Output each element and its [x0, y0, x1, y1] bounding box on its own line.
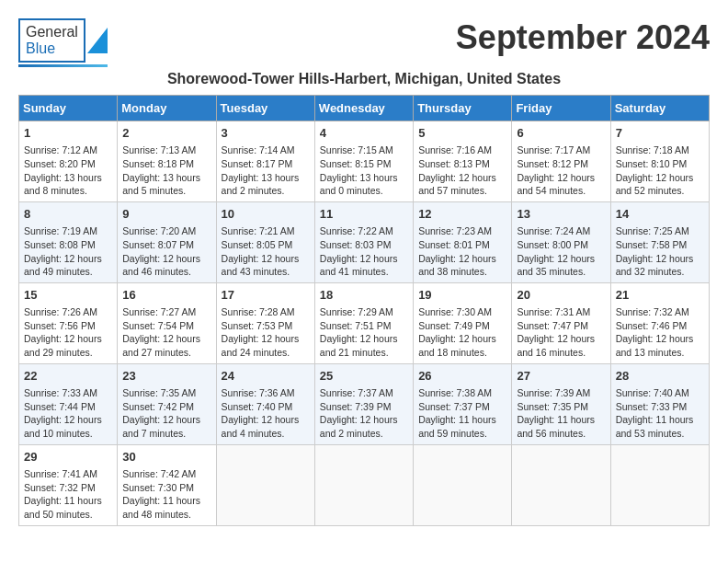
day-number: 21: [616, 287, 704, 304]
sunrise-time: Sunrise: 7:27 AM: [122, 306, 196, 317]
sunrise-time: Sunrise: 7:37 AM: [320, 387, 393, 398]
day-number: 20: [517, 287, 605, 304]
table-cell: [314, 444, 413, 525]
table-cell: 21 Sunrise: 7:32 AM Sunset: 7:46 PM Dayl…: [610, 282, 709, 363]
calendar-week-1: 1 Sunrise: 7:12 AM Sunset: 8:20 PM Dayli…: [19, 121, 710, 202]
day-number: 1: [24, 125, 112, 142]
logo-triangle-icon: [87, 28, 108, 53]
table-cell: 27 Sunrise: 7:39 AM Sunset: 7:35 PM Dayl…: [512, 363, 610, 444]
daylight-hours: Daylight: 12 hours and 21 minutes.: [320, 333, 398, 358]
calendar-week-3: 15 Sunrise: 7:26 AM Sunset: 7:56 PM Dayl…: [19, 282, 710, 363]
day-number: 15: [24, 287, 112, 304]
calendar-header-row: Sunday Monday Tuesday Wednesday Thursday…: [19, 96, 710, 121]
table-cell: 15 Sunrise: 7:26 AM Sunset: 7:56 PM Dayl…: [19, 282, 118, 363]
daylight-hours: Daylight: 13 hours and 0 minutes.: [320, 172, 398, 197]
daylight-hours: Daylight: 11 hours and 53 minutes.: [616, 414, 694, 439]
table-cell: 9 Sunrise: 7:20 AM Sunset: 8:07 PM Dayli…: [118, 201, 216, 282]
day-number: 26: [418, 368, 506, 385]
day-number: 25: [320, 368, 408, 385]
day-number: 5: [418, 125, 506, 142]
table-cell: 2 Sunrise: 7:13 AM Sunset: 8:18 PM Dayli…: [118, 121, 216, 202]
table-cell: 29 Sunrise: 7:41 AM Sunset: 7:32 PM Dayl…: [19, 444, 118, 525]
daylight-hours: Daylight: 11 hours and 59 minutes.: [418, 414, 496, 439]
daylight-hours: Daylight: 12 hours and 27 minutes.: [122, 333, 200, 358]
day-number: 8: [24, 206, 112, 223]
sunset-time: Sunset: 7:47 PM: [517, 320, 588, 331]
daylight-hours: Daylight: 12 hours and 29 minutes.: [24, 333, 102, 358]
daylight-hours: Daylight: 11 hours and 48 minutes.: [122, 495, 200, 520]
sunrise-time: Sunrise: 7:32 AM: [616, 306, 689, 317]
sunrise-time: Sunrise: 7:17 AM: [517, 144, 590, 155]
daylight-hours: Daylight: 12 hours and 13 minutes.: [616, 333, 694, 358]
table-cell: [610, 444, 709, 525]
daylight-hours: Daylight: 12 hours and 4 minutes.: [222, 414, 300, 439]
day-number: 12: [418, 206, 506, 223]
page-container: General Blue September 2024 Shorewood-To…: [18, 18, 710, 526]
main-title: September 2024: [456, 18, 710, 57]
table-cell: 8 Sunrise: 7:19 AM Sunset: 8:08 PM Dayli…: [19, 201, 118, 282]
table-cell: 7 Sunrise: 7:18 AM Sunset: 8:10 PM Dayli…: [610, 121, 709, 202]
daylight-hours: Daylight: 12 hours and 16 minutes.: [517, 333, 595, 358]
sunrise-time: Sunrise: 7:12 AM: [24, 144, 97, 155]
sunset-time: Sunset: 7:37 PM: [418, 401, 490, 412]
sunrise-time: Sunrise: 7:42 AM: [122, 468, 196, 479]
sunrise-time: Sunrise: 7:16 AM: [418, 144, 492, 155]
table-cell: 26 Sunrise: 7:38 AM Sunset: 7:37 PM Dayl…: [414, 363, 512, 444]
calendar-week-2: 8 Sunrise: 7:19 AM Sunset: 8:08 PM Dayli…: [19, 201, 710, 282]
day-number: 24: [222, 368, 310, 385]
calendar-table: Sunday Monday Tuesday Wednesday Thursday…: [18, 95, 710, 526]
table-cell: 14 Sunrise: 7:25 AM Sunset: 7:58 PM Dayl…: [610, 201, 709, 282]
day-number: 16: [122, 287, 210, 304]
day-number: 23: [122, 368, 210, 385]
calendar-week-5: 29 Sunrise: 7:41 AM Sunset: 7:32 PM Dayl…: [19, 444, 710, 525]
col-saturday: Saturday: [610, 96, 709, 121]
sunset-time: Sunset: 7:44 PM: [24, 401, 96, 412]
day-number: 10: [222, 206, 310, 223]
table-cell: 13 Sunrise: 7:24 AM Sunset: 8:00 PM Dayl…: [512, 201, 610, 282]
sunset-time: Sunset: 8:01 PM: [418, 239, 490, 250]
daylight-hours: Daylight: 12 hours and 49 minutes.: [24, 253, 102, 278]
table-cell: 28 Sunrise: 7:40 AM Sunset: 7:33 PM Dayl…: [610, 363, 709, 444]
logo-general-text: General: [26, 24, 78, 40]
day-number: 13: [517, 206, 605, 223]
table-cell: 25 Sunrise: 7:37 AM Sunset: 7:39 PM Dayl…: [314, 363, 413, 444]
table-cell: [216, 444, 314, 525]
sunset-time: Sunset: 8:20 PM: [24, 158, 96, 169]
sunrise-time: Sunrise: 7:33 AM: [24, 387, 97, 398]
day-number: 6: [517, 125, 605, 142]
sunset-time: Sunset: 8:12 PM: [517, 158, 588, 169]
sunrise-time: Sunrise: 7:31 AM: [517, 306, 590, 317]
sunset-time: Sunset: 8:00 PM: [517, 239, 588, 250]
daylight-hours: Daylight: 12 hours and 24 minutes.: [222, 333, 300, 358]
header: General Blue September 2024: [18, 18, 710, 67]
sunrise-time: Sunrise: 7:25 AM: [616, 225, 689, 236]
table-cell: 11 Sunrise: 7:22 AM Sunset: 8:03 PM Dayl…: [314, 201, 413, 282]
sunrise-time: Sunrise: 7:15 AM: [320, 144, 393, 155]
table-cell: 3 Sunrise: 7:14 AM Sunset: 8:17 PM Dayli…: [216, 121, 314, 202]
sunrise-time: Sunrise: 7:22 AM: [320, 225, 393, 236]
col-tuesday: Tuesday: [216, 96, 314, 121]
table-cell: 23 Sunrise: 7:35 AM Sunset: 7:42 PM Dayl…: [118, 363, 216, 444]
day-number: 19: [418, 287, 506, 304]
day-number: 14: [616, 206, 704, 223]
sunset-time: Sunset: 8:03 PM: [320, 239, 392, 250]
table-cell: 30 Sunrise: 7:42 AM Sunset: 7:30 PM Dayl…: [118, 444, 216, 525]
sunrise-time: Sunrise: 7:41 AM: [24, 468, 97, 479]
sunset-time: Sunset: 7:46 PM: [616, 320, 688, 331]
sunset-time: Sunset: 7:30 PM: [122, 482, 194, 493]
col-friday: Friday: [512, 96, 610, 121]
sunrise-time: Sunrise: 7:21 AM: [222, 225, 295, 236]
sunrise-time: Sunrise: 7:30 AM: [418, 306, 492, 317]
sunrise-time: Sunrise: 7:40 AM: [616, 387, 689, 398]
sunrise-time: Sunrise: 7:24 AM: [517, 225, 590, 236]
day-number: 18: [320, 287, 408, 304]
sunrise-time: Sunrise: 7:23 AM: [418, 225, 492, 236]
table-cell: 4 Sunrise: 7:15 AM Sunset: 8:15 PM Dayli…: [314, 121, 413, 202]
sunrise-time: Sunrise: 7:38 AM: [418, 387, 492, 398]
daylight-hours: Daylight: 12 hours and 54 minutes.: [517, 172, 595, 197]
table-cell: 17 Sunrise: 7:28 AM Sunset: 7:53 PM Dayl…: [216, 282, 314, 363]
day-number: 17: [222, 287, 310, 304]
sunrise-time: Sunrise: 7:18 AM: [616, 144, 689, 155]
col-wednesday: Wednesday: [314, 96, 413, 121]
daylight-hours: Daylight: 12 hours and 32 minutes.: [616, 253, 694, 278]
